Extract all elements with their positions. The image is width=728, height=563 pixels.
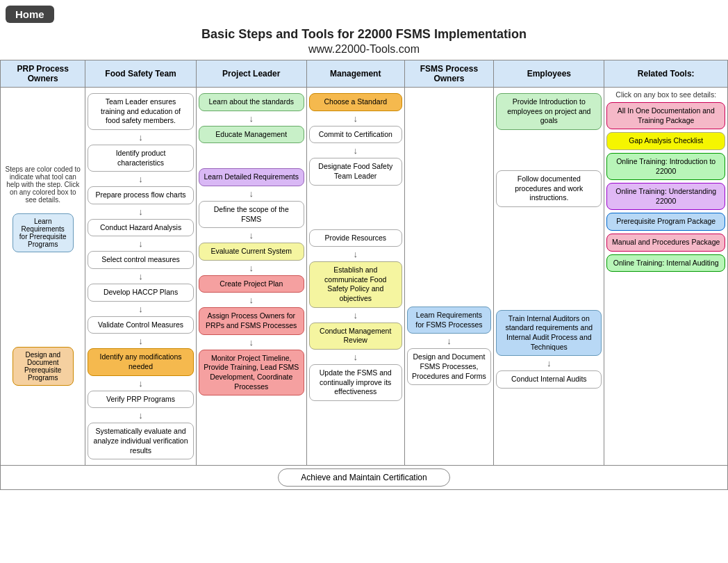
prp-box-1[interactable]: Learn Requirements for Prerequisite Prog… [13, 213, 74, 252]
fst-box-8[interactable]: Verify PRP Programs [88, 391, 193, 409]
home-button[interactable]: Home [6, 6, 54, 23]
tool-box-6[interactable]: Online Training: Internal Auditing [606, 254, 725, 272]
emp-box-3[interactable]: Conduct Internal Audits [496, 370, 602, 389]
tool-box-0[interactable]: All In One Documentation and Training Pa… [606, 102, 725, 129]
achieve-row: Achieve and Maintain Certification [1, 466, 728, 490]
mgmt-box-4[interactable]: Establish and communicate Food Safety Po… [309, 261, 402, 308]
pl-col: Learn about the standards ↓ Educate Mana… [196, 88, 306, 466]
mgmt-box-6[interactable]: Update the FSMS and continually improve … [309, 364, 402, 401]
emp-box-0[interactable]: Provide Introduction to employees on pro… [496, 93, 602, 130]
fst-box-0[interactable]: Team Leader ensures training and educati… [88, 93, 193, 130]
col-header-tools: Related Tools: [604, 60, 728, 88]
prp-note: Steps are color coded to indicate what t… [3, 161, 83, 208]
tool-box-5[interactable]: Manual and Procedures Package [606, 234, 725, 252]
tool-box-1[interactable]: Gap Analysis Checklist [606, 132, 725, 150]
fsms-box-1[interactable]: Design and Document FSMS Processes, Proc… [407, 348, 492, 385]
pl-box-7[interactable]: Monitor Project Timeline, Provide Traini… [199, 350, 304, 396]
mgmt-col: Choose a Standard ↓ Commit to Certificat… [306, 88, 404, 466]
tools-col: Click on any box to see details: All In … [604, 88, 728, 466]
emp-col: Provide Introduction to employees on pro… [494, 88, 604, 466]
pl-box-6[interactable]: Assign Process Owners for PRPs and FSMS … [199, 307, 304, 334]
col-header-fsms: FSMS Process Owners [404, 60, 494, 88]
pl-box-2[interactable]: Learn Detailed Requirements [199, 168, 304, 186]
page-subtitle: www.22000-Tools.com [0, 43, 728, 56]
fsms-col: Learn Requirements for FSMS Processes ↓ … [404, 88, 494, 466]
pl-box-0[interactable]: Learn about the standards [199, 93, 304, 111]
fst-box-6[interactable]: Validate Control Measures [88, 316, 193, 334]
fsms-box-0[interactable]: Learn Requirements for FSMS Processes [407, 307, 492, 334]
pl-box-5[interactable]: Create Project Plan [199, 275, 304, 293]
mgmt-box-3[interactable]: Provide Resources [309, 229, 402, 247]
pl-box-4[interactable]: Evaluate Current System [199, 243, 304, 261]
tool-box-4[interactable]: Prerequisite Program Package [606, 213, 725, 231]
col-header-fst: Food Safety Team [85, 60, 196, 88]
achieve-label: Achieve and Maintain Certification [278, 468, 449, 487]
fst-box-3[interactable]: Conduct Hazard Analysis [88, 219, 193, 237]
prp-box-2[interactable]: Design and Document Prerequisite Program… [13, 347, 74, 386]
pl-box-1[interactable]: Educate Management [199, 126, 304, 144]
fst-box-5[interactable]: Develop HACCP Plans [88, 284, 193, 302]
emp-box-1[interactable]: Follow documented procedures and work in… [496, 170, 602, 207]
mgmt-box-2[interactable]: Designate Food Safety Team Leader [309, 158, 402, 185]
pl-box-3[interactable]: Define the scope of the FSMS [199, 201, 304, 228]
col-header-pl: Project Leader [196, 60, 306, 88]
fst-box-9[interactable]: Systematically evaluate and analyze indi… [88, 423, 193, 459]
fst-box-1[interactable]: Identify product characteristics [88, 145, 193, 172]
mgmt-box-0[interactable]: Choose a Standard [309, 93, 402, 111]
fst-box-4[interactable]: Select control measures [88, 251, 193, 269]
tools-note: Click on any box to see details: [606, 90, 725, 99]
mgmt-box-1[interactable]: Commit to Certification [309, 126, 402, 144]
fst-col: Team Leader ensures training and educati… [85, 88, 196, 466]
col-header-emp: Employees [494, 60, 604, 88]
tool-box-3[interactable]: Online Training: Understanding 22000 [606, 183, 725, 210]
page-title: Basic Steps and Tools for 22000 FSMS Imp… [0, 27, 728, 42]
tool-box-2[interactable]: Online Training: Introduction to 22000 [606, 153, 725, 180]
emp-box-2[interactable]: Train Internal Auditors on standard requ… [496, 310, 602, 357]
col-header-mgmt: Management [306, 60, 404, 88]
prp-col: Steps are color coded to indicate what t… [1, 88, 85, 466]
fst-box-7[interactable]: Identify any modifications needed [88, 348, 193, 375]
main-diagram-table: PRP Process Owners Food Safety Team Proj… [0, 60, 728, 490]
col-header-prp: PRP Process Owners [1, 60, 85, 88]
fst-box-2[interactable]: Prepare process flow charts [88, 186, 193, 204]
mgmt-box-5[interactable]: Conduct Management Review [309, 323, 402, 350]
